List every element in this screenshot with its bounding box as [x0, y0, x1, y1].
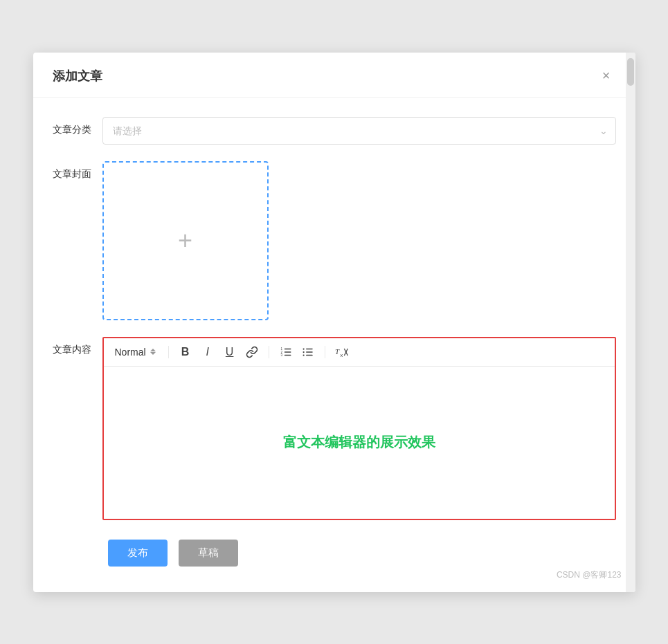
format-select-group: Normal	[112, 345, 156, 359]
svg-text:3: 3	[280, 353, 282, 357]
plus-icon: +	[178, 228, 192, 253]
content-control: Normal B I	[102, 337, 616, 520]
clear-format-icon: T x	[335, 346, 349, 358]
dialog-overlay: 添加文章 × 文章分类 请选择 ⌄ 文章封面	[0, 0, 668, 644]
editor-content[interactable]: 富文本编辑器的展示效果	[104, 367, 615, 519]
dialog-header: 添加文章 ×	[33, 53, 635, 98]
unordered-list-button[interactable]	[298, 342, 318, 362]
italic-button[interactable]: I	[198, 342, 217, 362]
dialog-body: 文章分类 请选择 ⌄ 文章封面 +	[33, 98, 635, 583]
underline-button[interactable]: U	[220, 342, 240, 362]
bold-button[interactable]: B	[176, 342, 195, 362]
close-button[interactable]: ×	[597, 66, 616, 86]
svg-text:T: T	[335, 347, 340, 356]
svg-point-10	[303, 351, 304, 352]
category-control: 请选择 ⌄	[102, 117, 616, 145]
category-row: 文章分类 请选择 ⌄	[53, 117, 616, 145]
cover-control: +	[102, 161, 616, 320]
clear-format-button[interactable]: T x	[332, 342, 352, 362]
unordered-list-icon	[302, 346, 314, 358]
cover-row: 文章封面 +	[53, 161, 616, 320]
content-row: 文章内容 Normal	[53, 337, 616, 520]
toolbar-divider-2	[269, 346, 269, 358]
watermark: CSDN @客卿123	[557, 569, 622, 581]
format-select-arrows[interactable]	[150, 349, 156, 355]
editor-toolbar: Normal B I	[104, 338, 615, 367]
arrow-down-icon	[150, 352, 156, 355]
toolbar-divider-3	[325, 346, 325, 358]
dialog: 添加文章 × 文章分类 请选择 ⌄ 文章封面	[33, 53, 635, 592]
draft-button[interactable]: 草稿	[179, 540, 238, 567]
category-select-wrapper: 请选择 ⌄	[102, 117, 616, 145]
toolbar-divider-1	[168, 346, 169, 358]
cover-label: 文章封面	[53, 161, 102, 181]
action-row: 发布 草稿	[53, 540, 616, 567]
publish-button[interactable]: 发布	[108, 540, 168, 567]
scrollbar-thumb[interactable]	[627, 58, 634, 86]
link-button[interactable]	[242, 342, 262, 362]
category-label: 文章分类	[53, 117, 102, 136]
svg-point-9	[303, 348, 304, 349]
scrollbar[interactable]	[626, 53, 635, 592]
editor-wrapper: Normal B I	[102, 337, 616, 520]
ordered-list-icon: 1 2 3	[280, 346, 292, 358]
svg-text:x: x	[340, 351, 343, 358]
format-select-text: Normal	[112, 345, 149, 359]
content-label: 文章内容	[53, 337, 102, 356]
arrow-up-icon	[150, 349, 156, 351]
category-select[interactable]: 请选择	[102, 117, 616, 145]
ordered-list-button[interactable]: 1 2 3	[276, 342, 296, 362]
dialog-title: 添加文章	[53, 68, 102, 84]
cover-upload-area[interactable]: +	[102, 161, 269, 320]
link-icon	[246, 346, 258, 358]
svg-point-11	[303, 354, 304, 356]
editor-demo-text: 富文本编辑器的展示效果	[283, 433, 435, 452]
